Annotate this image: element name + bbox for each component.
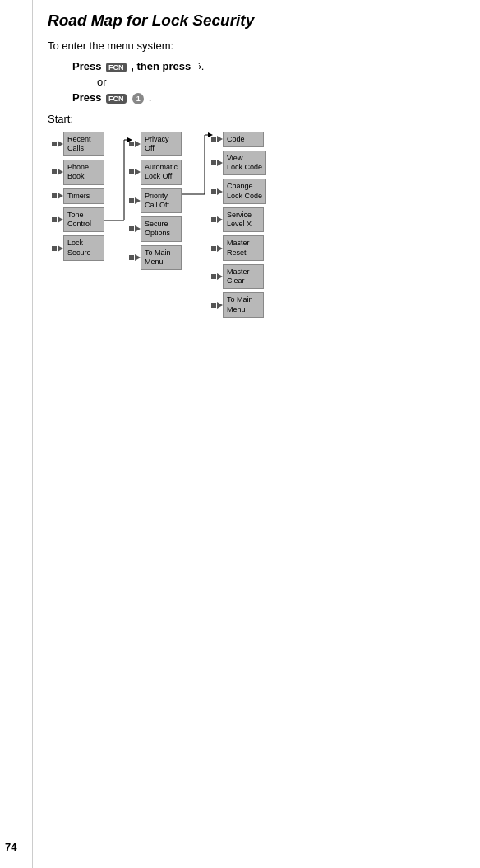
bullet-icon — [211, 189, 216, 194]
page-number: 74 — [5, 841, 16, 853]
connector-svg-2 — [182, 132, 211, 239]
arrow-icon — [135, 254, 141, 261]
bullet-icon — [52, 193, 57, 198]
arrow-icon — [135, 169, 141, 175]
bullet-icon — [211, 217, 216, 222]
arrow-icon — [58, 245, 63, 252]
instruction-line-2: Press FCN 1 . — [72, 91, 465, 104]
menu-box-automatic-lock-off: Automatic Lock Off — [141, 160, 182, 185]
menu-box-recent-calls: Recent Calls — [63, 132, 104, 157]
arrow-icon — [58, 169, 63, 175]
main-content: Road Map for Lock Security To enter the … — [33, 0, 480, 868]
bullet-icon — [52, 246, 57, 251]
list-item: Timers — [52, 188, 104, 204]
page-title: Road Map for Lock Security — [48, 12, 465, 30]
list-item: To Main Menu — [129, 245, 182, 271]
bullet-icon — [129, 169, 134, 174]
list-item: Privacy Off — [129, 132, 182, 157]
press-label-1: Press — [72, 60, 104, 72]
bullet-icon — [129, 198, 134, 203]
menu-box-view-lock-code: View Lock Code — [223, 151, 266, 176]
connector-2-3 — [182, 132, 211, 239]
menu-box-privacy-off: Privacy Off — [141, 132, 182, 157]
arrow-icon — [217, 188, 223, 195]
or-line: or — [97, 76, 465, 88]
bullet-icon — [52, 169, 57, 174]
menu-box-lock-secure: Lock Secure — [63, 235, 104, 261]
column-2: Privacy Off Automatic Lock Off Priority … — [129, 132, 182, 271]
arrow-icon — [217, 273, 223, 280]
column-1: Recent Calls Phone Book Timers Tone Cont… — [52, 132, 104, 261]
fcn-badge-1: FCN — [106, 63, 127, 72]
period-2: . — [149, 91, 152, 104]
menu-box-phone-book: Phone Book — [63, 160, 104, 185]
arrow-icon — [217, 216, 223, 223]
arrow-icon — [217, 245, 223, 252]
bullet-icon — [52, 142, 57, 146]
menu-box-service-level-x: Service Level X — [223, 207, 264, 233]
arrow-icon — [217, 160, 223, 166]
bullet-icon — [129, 226, 134, 231]
connector-svg-1 — [104, 132, 129, 230]
left-margin: 74 — [0, 0, 33, 868]
arrow-icon — [58, 193, 63, 199]
intro-text: To enter the menu system: — [48, 39, 465, 52]
menu-box-secure-options: Secure Options — [141, 216, 182, 242]
menu-box-code: Code — [223, 132, 264, 147]
arrow-icon — [217, 136, 223, 142]
column-3: Code View Lock Code Change Lock Code Ser… — [211, 132, 266, 318]
bullet-icon — [211, 160, 216, 165]
list-item: Secure Options — [129, 216, 182, 242]
connector-1-2 — [104, 132, 129, 230]
list-item: Tone Control — [52, 207, 104, 233]
bullet-icon — [129, 255, 134, 260]
bullet-icon — [211, 303, 216, 308]
list-item: Master Reset — [211, 235, 266, 261]
arrow-icon — [135, 197, 141, 204]
fcn-badge-2: FCN — [106, 94, 127, 104]
list-item: Change Lock Code — [211, 179, 266, 204]
bullet-icon — [211, 246, 216, 251]
menu-box-to-main-menu-2: To Main Menu — [141, 245, 182, 271]
flowchart: Recent Calls Phone Book Timers Tone Cont… — [52, 132, 465, 318]
arrow-icon — [58, 216, 63, 223]
list-item: Master Clear — [211, 264, 266, 290]
bullet-icon — [52, 217, 57, 222]
arrow-icon — [135, 141, 141, 147]
arrow-icon — [217, 302, 223, 309]
instruction-block: Press FCN , then press →̇. or Press FCN … — [72, 60, 465, 104]
arrow-icon — [135, 225, 141, 232]
list-item: Recent Calls — [52, 132, 104, 157]
menu-box-priority-call-off: Priority Call Off — [141, 188, 182, 214]
menu-box-to-main-menu-3: To Main Menu — [223, 292, 264, 318]
list-item: Lock Secure — [52, 235, 104, 261]
bullet-icon — [129, 142, 134, 146]
then-press: , then press — [131, 60, 194, 72]
list-item: Phone Book — [52, 160, 104, 185]
press-label-2: Press — [72, 91, 104, 104]
list-item: Priority Call Off — [129, 188, 182, 214]
list-item: To Main Menu — [211, 292, 266, 318]
arrow-icon — [58, 141, 63, 147]
menu-box-master-reset: Master Reset — [223, 235, 264, 261]
start-label: Start: — [48, 113, 465, 125]
list-item: Automatic Lock Off — [129, 160, 182, 185]
menu-box-master-clear: Master Clear — [223, 264, 264, 290]
menu-box-tone-control: Tone Control — [63, 207, 104, 233]
bullet-icon — [211, 137, 216, 142]
period-1: . — [201, 60, 205, 72]
bullet-icon — [211, 274, 216, 279]
instruction-line-1: Press FCN , then press →̇. — [72, 60, 465, 72]
list-item: Code — [211, 132, 266, 147]
list-item: View Lock Code — [211, 151, 266, 176]
menu-box-timers: Timers — [63, 188, 104, 204]
arrow-symbol: →̇ — [194, 62, 201, 72]
list-item: Service Level X — [211, 207, 266, 233]
num-badge-1: 1 — [132, 93, 144, 104]
menu-box-change-lock-code: Change Lock Code — [223, 179, 266, 204]
